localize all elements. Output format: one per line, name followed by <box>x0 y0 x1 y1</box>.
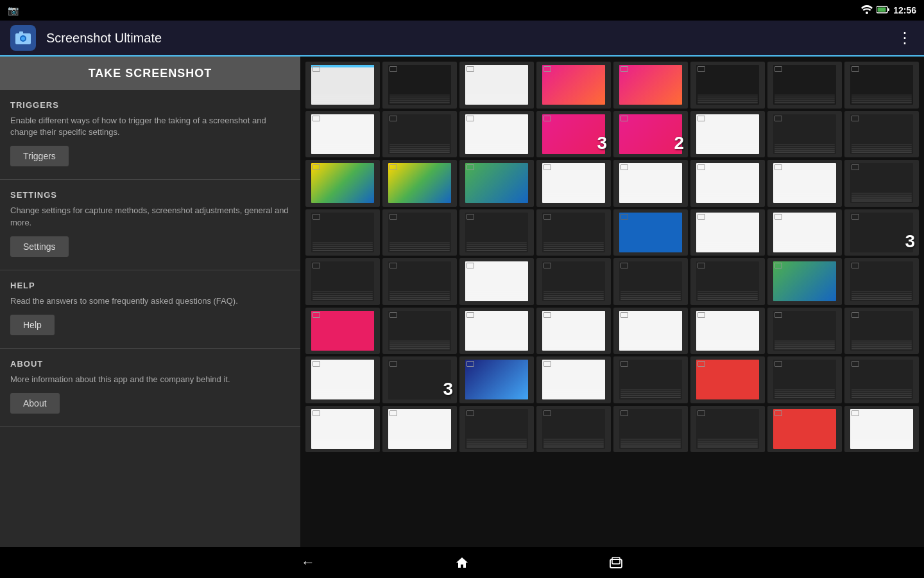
list-item[interactable] <box>613 62 688 109</box>
svg-rect-9 <box>612 557 620 564</box>
list-item[interactable] <box>459 62 534 109</box>
help-button[interactable]: Help <box>10 315 55 335</box>
list-item[interactable] <box>536 160 611 207</box>
list-item[interactable] <box>690 111 765 158</box>
list-item[interactable]: 2 <box>613 111 688 158</box>
overflow-menu-button[interactable]: ⋮ <box>897 29 914 47</box>
settings-title: SETTINGS <box>10 190 290 200</box>
list-item[interactable] <box>844 160 919 207</box>
list-item[interactable] <box>459 356 534 403</box>
about-description: More information about this app and the … <box>10 374 290 385</box>
main-content: TAKE SCREENSHOT TRIGGERS Enable differen… <box>0 57 924 547</box>
list-item[interactable] <box>767 111 842 158</box>
app-title: Screenshot Ultimate <box>46 31 162 46</box>
list-item[interactable] <box>382 160 457 207</box>
list-item[interactable] <box>767 308 842 355</box>
list-item[interactable] <box>613 308 688 355</box>
list-item[interactable] <box>382 258 457 305</box>
list-item[interactable] <box>459 258 534 305</box>
list-item[interactable] <box>690 209 765 256</box>
list-item[interactable] <box>690 356 765 403</box>
list-item[interactable] <box>536 406 611 453</box>
list-item[interactable] <box>767 209 842 256</box>
svg-rect-2 <box>888 8 890 11</box>
help-title: HELP <box>10 281 290 290</box>
list-item[interactable] <box>767 258 842 305</box>
back-button[interactable]: ← <box>295 550 321 575</box>
list-item[interactable] <box>613 356 688 403</box>
about-button[interactable]: About <box>10 393 60 414</box>
settings-button[interactable]: Settings <box>10 236 69 257</box>
list-item[interactable] <box>459 308 534 355</box>
svg-rect-7 <box>19 31 23 34</box>
status-bar: 📷 12:56 <box>0 0 924 21</box>
list-item[interactable] <box>767 160 842 207</box>
list-item[interactable] <box>305 111 380 158</box>
list-item[interactable] <box>459 160 534 207</box>
list-item[interactable] <box>690 308 765 355</box>
take-screenshot-button[interactable]: TAKE SCREENSHOT <box>0 57 300 90</box>
list-item[interactable]: 3 <box>382 356 457 403</box>
settings-description: Change settings for capture methods, scr… <box>10 205 290 228</box>
triggers-description: Enable different ways of how to trigger … <box>10 115 290 138</box>
list-item[interactable] <box>382 209 457 256</box>
list-item[interactable] <box>536 308 611 355</box>
list-item[interactable] <box>690 406 765 453</box>
list-item[interactable] <box>382 111 457 158</box>
list-item[interactable] <box>844 308 919 355</box>
list-item[interactable] <box>382 62 457 109</box>
list-item[interactable] <box>536 62 611 109</box>
screenshot-grid: 3233 <box>303 59 921 455</box>
list-item[interactable] <box>305 258 380 305</box>
list-item[interactable] <box>536 209 611 256</box>
home-button[interactable] <box>449 550 475 575</box>
triggers-button[interactable]: Triggers <box>10 146 69 166</box>
list-item[interactable] <box>844 62 919 109</box>
left-panel: TAKE SCREENSHOT TRIGGERS Enable differen… <box>0 57 300 547</box>
list-item[interactable] <box>767 62 842 109</box>
list-item[interactable] <box>305 308 380 355</box>
svg-rect-3 <box>878 8 886 12</box>
camera-status-icon: 📷 <box>8 5 19 15</box>
list-item[interactable] <box>382 308 457 355</box>
status-time: 12:56 <box>893 5 916 15</box>
list-item[interactable] <box>767 406 842 453</box>
help-section: HELP Read the answers to some frequently… <box>0 270 300 349</box>
recents-button[interactable] <box>603 550 629 575</box>
list-item[interactable] <box>459 406 534 453</box>
list-item[interactable] <box>305 356 380 403</box>
title-bar: Screenshot Ultimate ⋮ <box>0 21 924 57</box>
triggers-section: TRIGGERS Enable different ways of how to… <box>0 90 300 180</box>
list-item[interactable]: 3 <box>536 111 611 158</box>
list-item[interactable] <box>767 356 842 403</box>
list-item[interactable] <box>459 209 534 256</box>
list-item[interactable] <box>844 258 919 305</box>
list-item[interactable] <box>536 356 611 403</box>
wifi-icon <box>861 5 873 16</box>
list-item[interactable] <box>690 160 765 207</box>
list-item[interactable] <box>690 258 765 305</box>
list-item[interactable] <box>690 62 765 109</box>
triggers-title: TRIGGERS <box>10 100 290 110</box>
list-item[interactable] <box>305 209 380 256</box>
list-item[interactable] <box>305 160 380 207</box>
list-item[interactable] <box>459 111 534 158</box>
app-icon <box>10 25 36 51</box>
svg-point-6 <box>21 37 25 40</box>
help-description: Read the answers to some frequently aske… <box>10 295 290 307</box>
settings-section: SETTINGS Change settings for capture met… <box>0 180 300 270</box>
list-item[interactable] <box>613 406 688 453</box>
list-item[interactable] <box>613 209 688 256</box>
list-item[interactable] <box>613 258 688 305</box>
list-item[interactable] <box>613 160 688 207</box>
list-item[interactable] <box>305 62 380 109</box>
list-item[interactable] <box>844 111 919 158</box>
list-item[interactable]: 3 <box>844 209 919 256</box>
about-section: ABOUT More information about this app an… <box>0 349 300 427</box>
list-item[interactable] <box>382 406 457 453</box>
list-item[interactable] <box>536 258 611 305</box>
list-item[interactable] <box>844 406 919 453</box>
screenshot-gallery[interactable]: 3233 <box>300 57 924 547</box>
list-item[interactable] <box>305 406 380 453</box>
list-item[interactable] <box>844 356 919 403</box>
